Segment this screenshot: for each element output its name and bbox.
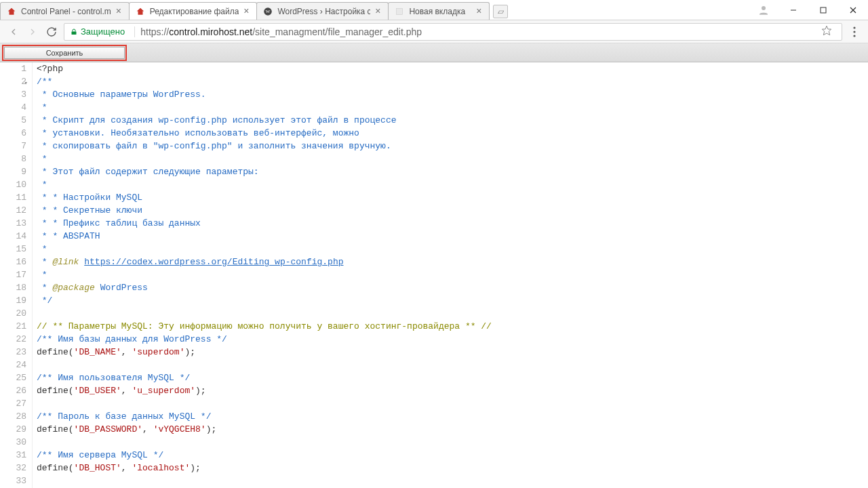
tab-favicon-icon	[135, 6, 146, 17]
line-number: 17	[0, 268, 26, 281]
tab-close-icon[interactable]: ×	[373, 7, 382, 16]
browser-tab[interactable]: Control Panel - control.m×	[0, 2, 130, 20]
code-line[interactable]	[37, 359, 868, 371]
line-number: 3	[0, 88, 26, 101]
code-line[interactable]: // ** Параметры MySQL: Эту информацию мо…	[37, 320, 868, 333]
code-line[interactable]: *	[37, 178, 868, 191]
svg-rect-4	[397, 8, 403, 14]
code-line[interactable]: * @link https://codex.wordpress.org/Edit…	[37, 256, 868, 268]
line-number: 11	[0, 191, 26, 204]
tab-close-icon[interactable]: ×	[474, 7, 484, 16]
line-number: 32	[0, 462, 26, 474]
line-number: 7	[0, 140, 26, 152]
code-line[interactable]: *	[37, 152, 868, 165]
tab-favicon-icon: W	[262, 6, 273, 17]
code-line[interactable]: *	[37, 101, 868, 114]
line-number: 25	[0, 371, 26, 384]
code-line[interactable]: *	[37, 268, 868, 281]
code-line[interactable]: <?php	[37, 62, 868, 75]
svg-point-5	[762, 6, 766, 10]
url-text: https://control.mirohost.net/site_managm…	[140, 26, 422, 37]
line-number: 33	[0, 474, 26, 487]
lock-icon	[70, 28, 78, 36]
browser-titlebar: Control Panel - control.m×Редактирование…	[0, 0, 868, 20]
code-line[interactable]: * * ABSPATH	[37, 230, 868, 243]
code-line[interactable]: * Скрипт для создания wp-config.php испо…	[37, 114, 868, 127]
line-number: 16	[0, 256, 26, 268]
code-line[interactable]: /** Имя сервера MySQL */	[37, 449, 868, 462]
code-line[interactable]: * Основные параметры WordPress.	[37, 88, 868, 101]
line-number: 29	[0, 423, 26, 436]
code-content[interactable]: <?php/** * Основные параметры WordPress.…	[33, 62, 868, 488]
nav-forward-button[interactable]	[23, 22, 42, 41]
window-maximize-button[interactable]	[808, 0, 838, 20]
code-line[interactable]	[37, 307, 868, 320]
svg-marker-11	[822, 26, 831, 35]
browser-menu-button[interactable]	[845, 22, 864, 41]
tab-favicon-icon	[394, 6, 405, 17]
browser-tab[interactable]: WWordPress › Настройка с×	[256, 2, 389, 20]
tab-close-icon[interactable]: ×	[241, 7, 251, 16]
line-number: 30	[0, 436, 26, 449]
code-line[interactable]: /**	[37, 75, 868, 88]
nav-reload-button[interactable]	[42, 22, 61, 41]
line-number: 28	[0, 410, 26, 423]
line-number: 27	[0, 397, 26, 410]
file-editor-toolbar: Сохранить	[0, 43, 868, 62]
window-close-button[interactable]	[838, 0, 868, 20]
code-line[interactable]: */	[37, 294, 868, 307]
code-line[interactable]: define('DB_USER', 'u_superdom');	[37, 384, 868, 397]
profile-avatar-icon[interactable]	[749, 0, 778, 20]
line-number: 22	[0, 333, 26, 346]
svg-point-13	[853, 30, 855, 33]
code-editor[interactable]: 12▾3456789101112131415161718192021222324…	[0, 62, 868, 488]
code-line[interactable]: * Этот файл содержит следующие параметры…	[37, 165, 868, 178]
svg-rect-7	[821, 7, 826, 13]
browser-tab[interactable]: Редактирование файла×	[129, 2, 258, 20]
line-number: 20	[0, 307, 26, 320]
line-number: 1	[0, 62, 26, 75]
line-number: 6	[0, 127, 26, 140]
secure-badge: Защищено	[70, 26, 125, 37]
code-line[interactable]: * * Префикс таблиц базы данных	[37, 217, 868, 230]
nav-back-button[interactable]	[4, 22, 23, 41]
code-line[interactable]: * * Секретные ключи	[37, 204, 868, 217]
svg-point-14	[853, 35, 855, 37]
browser-tab[interactable]: Новая вкладка×	[388, 2, 490, 20]
code-line[interactable]: define('DB_HOST', 'localhost');	[37, 462, 868, 474]
bookmark-star-icon[interactable]	[821, 25, 832, 38]
url-field[interactable]: Защищено https://control.mirohost.net/si…	[64, 23, 842, 41]
code-line[interactable]: define('DB_NAME', 'superdom');	[37, 346, 868, 359]
window-minimize-button[interactable]	[778, 0, 808, 20]
code-line[interactable]: * скопировать файл в "wp-config.php" и з…	[37, 140, 868, 152]
line-number: 31	[0, 449, 26, 462]
line-number: 2▾	[0, 75, 26, 88]
code-line[interactable]: /** Имя пользователя MySQL */	[37, 371, 868, 384]
code-line[interactable]: /** Имя базы данных для WordPress */	[37, 333, 868, 346]
line-number: 8	[0, 152, 26, 165]
code-line[interactable]	[37, 474, 868, 487]
line-number: 10	[0, 178, 26, 191]
save-button[interactable]: Сохранить	[4, 47, 125, 59]
tab-favicon-icon	[6, 6, 17, 17]
url-separator	[134, 26, 135, 37]
tab-close-icon[interactable]: ×	[114, 7, 123, 16]
svg-marker-0	[8, 7, 16, 14]
new-tab-button[interactable]: ▱	[493, 5, 508, 18]
line-number: 26	[0, 384, 26, 397]
window-controls	[778, 0, 868, 20]
code-line[interactable]: * @package WordPress	[37, 281, 868, 294]
code-line[interactable]: /** Пароль к базе данных MySQL */	[37, 410, 868, 423]
code-line[interactable]	[37, 397, 868, 410]
svg-point-12	[853, 26, 855, 28]
svg-text:W: W	[266, 9, 271, 14]
line-number: 5	[0, 114, 26, 127]
code-line[interactable]: * * Настройки MySQL	[37, 191, 868, 204]
line-number: 15	[0, 243, 26, 256]
code-line[interactable]: define('DB_PASSWORD', 'vYQGCEH8');	[37, 423, 868, 436]
code-line[interactable]	[37, 436, 868, 449]
code-line[interactable]: * установки. Необязательно использовать …	[37, 127, 868, 140]
line-number: 9	[0, 165, 26, 178]
line-number: 18	[0, 281, 26, 294]
code-line[interactable]: *	[37, 243, 868, 256]
